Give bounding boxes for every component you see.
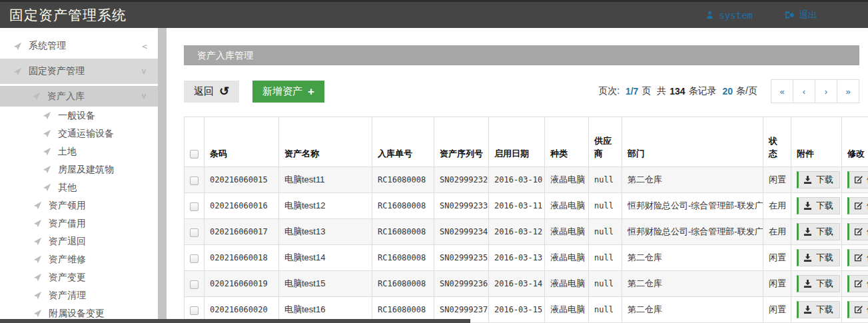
download-icon <box>803 254 812 262</box>
row-checkbox[interactable] <box>190 306 199 315</box>
sidebar-item-label: 房屋及建筑物 <box>58 164 114 176</box>
pager-buttons: «‹›» <box>771 79 859 103</box>
sidebar-item-label: 资产借用 <box>49 218 86 230</box>
cell-dept: 恒邦财险总公司-综合管理部-联发广场 <box>622 193 763 219</box>
sidebar-item-资产清理[interactable]: 资产清理 <box>0 286 158 304</box>
edit-button[interactable]: 修改 <box>847 301 868 318</box>
cell-supplier: null <box>589 167 622 193</box>
edit-button[interactable]: 修改 <box>847 223 868 240</box>
total-records: 134 <box>669 86 685 97</box>
row-checkbox[interactable] <box>190 280 199 289</box>
cell-order: RC16080008 <box>372 245 434 271</box>
undo-icon: ↺ <box>219 85 229 97</box>
sidebar-item-资产退回[interactable]: 资产退回 <box>0 232 158 250</box>
cell-modify: 修改 <box>842 297 868 323</box>
logout-button[interactable]: 退出 <box>785 9 817 21</box>
chevron-down-icon: > <box>140 94 150 99</box>
user-menu[interactable]: system <box>705 10 753 21</box>
cell-dept: 第二仓库 <box>622 167 763 193</box>
cell-modify: 修改 <box>842 167 868 193</box>
nav-arrow-icon <box>33 273 42 282</box>
download-button[interactable]: 下载 <box>797 301 840 318</box>
row-select-cell <box>185 219 205 245</box>
prev-page-button[interactable]: ‹ <box>793 79 815 103</box>
add-asset-button[interactable]: 新增资产 + <box>252 81 324 103</box>
cell-barcode: 020216060016 <box>205 193 279 219</box>
sidebar-item-label: 其他 <box>58 182 77 194</box>
cell-serial: SN02999235 <box>434 245 489 271</box>
sidebar-item-一般设备[interactable]: 一般设备 <box>0 107 158 125</box>
next-page-button[interactable]: › <box>815 79 837 103</box>
table-row: 020216060017电脑test13RC16080008SN02999234… <box>185 219 868 245</box>
edit-icon <box>854 254 863 262</box>
sidebar-item-资产领用[interactable]: 资产领用 <box>0 196 158 214</box>
download-icon <box>803 306 812 314</box>
row-checkbox[interactable] <box>190 254 199 263</box>
row-checkbox[interactable] <box>190 202 199 211</box>
cell-dept: 第二仓库 <box>622 245 763 271</box>
last-page-button[interactable]: » <box>837 79 859 103</box>
cell-status: 闲置 <box>763 167 791 193</box>
back-button[interactable]: 返回 ↺ <box>184 81 239 103</box>
cell-attachment: 下载 <box>791 245 842 271</box>
row-checkbox[interactable] <box>190 176 199 185</box>
cell-barcode: 020216060018 <box>205 245 279 271</box>
download-button[interactable]: 下载 <box>797 197 840 214</box>
cell-supplier: null <box>589 219 622 245</box>
column-header-启用日期: 启用日期 <box>489 117 545 167</box>
first-page-button[interactable]: « <box>771 79 793 103</box>
sidebar-item-固定资产管理[interactable]: 固定资产管理> <box>0 59 158 84</box>
row-select-cell <box>185 167 205 193</box>
edit-button[interactable]: 修改 <box>847 275 868 292</box>
cell-attachment: 下载 <box>791 167 842 193</box>
cell-type: 液晶电脑 <box>545 245 589 271</box>
row-checkbox[interactable] <box>190 228 199 237</box>
sidebar-item-系统管理[interactable]: 系统管理< <box>0 33 158 59</box>
cell-type: 液晶电脑 <box>545 219 589 245</box>
cell-name: 电脑test13 <box>279 219 372 245</box>
select-all-checkbox[interactable] <box>190 150 199 159</box>
column-header-资产名称: 资产名称 <box>279 117 372 167</box>
per-page-count: 20 <box>723 86 733 97</box>
cell-type: 液晶电脑 <box>545 297 589 323</box>
sidebar-item-label: 附属设备变更 <box>49 308 105 320</box>
sidebar-item-资产维修[interactable]: 资产维修 <box>0 250 158 268</box>
header-actions: system 退出 <box>705 9 817 21</box>
column-header-条码: 条码 <box>205 117 279 167</box>
download-icon <box>803 228 812 236</box>
cell-barcode: 020216060015 <box>205 167 279 193</box>
table-header-row: 条码资产名称入库单号资产序列号启用日期种类供应商部门状态附件修改 <box>185 117 868 167</box>
sidebar-item-交通运输设备[interactable]: 交通运输设备 <box>0 125 158 143</box>
edit-button[interactable]: 修改 <box>847 171 868 188</box>
sidebar-item-label: 资产退回 <box>49 236 86 248</box>
download-button[interactable]: 下载 <box>797 223 840 240</box>
select-all-header-cell <box>185 117 205 167</box>
download-button[interactable]: 下载 <box>797 275 840 292</box>
sidebar-item-房屋及建筑物[interactable]: 房屋及建筑物 <box>0 161 158 178</box>
cell-type: 液晶电脑 <box>545 167 589 193</box>
sidebar-scrollbar[interactable] <box>158 28 167 323</box>
download-label: 下载 <box>816 226 833 238</box>
sidebar-item-资产入库[interactable]: 资产入库> <box>0 86 158 107</box>
sidebar-item-资产变更[interactable]: 资产变更 <box>0 268 158 286</box>
cell-supplier: null <box>589 297 622 323</box>
nav-arrow-icon <box>33 237 42 246</box>
column-header-供应商: 供应商 <box>589 117 622 167</box>
nav-arrow-icon <box>32 92 41 101</box>
sidebar-item-label: 资产维修 <box>49 254 86 266</box>
cell-name: 电脑test11 <box>279 167 372 193</box>
sidebar-item-资产借用[interactable]: 资产借用 <box>0 214 158 232</box>
download-button[interactable]: 下载 <box>797 249 840 266</box>
download-button[interactable]: 下载 <box>797 171 840 188</box>
cell-serial: SN02999233 <box>434 193 489 219</box>
edit-icon <box>854 306 863 314</box>
sidebar-item-土地[interactable]: 土地 <box>0 143 158 161</box>
edit-button[interactable]: 修改 <box>847 249 868 266</box>
cell-dept: 第二仓库 <box>622 297 763 323</box>
column-header-部门: 部门 <box>622 117 763 167</box>
sidebar-item-其他[interactable]: 其他 <box>0 178 158 196</box>
column-header-资产序列号: 资产序列号 <box>434 117 489 167</box>
edit-button[interactable]: 修改 <box>847 197 868 214</box>
download-label: 下载 <box>816 278 833 290</box>
cell-type: 液晶电脑 <box>545 193 589 219</box>
